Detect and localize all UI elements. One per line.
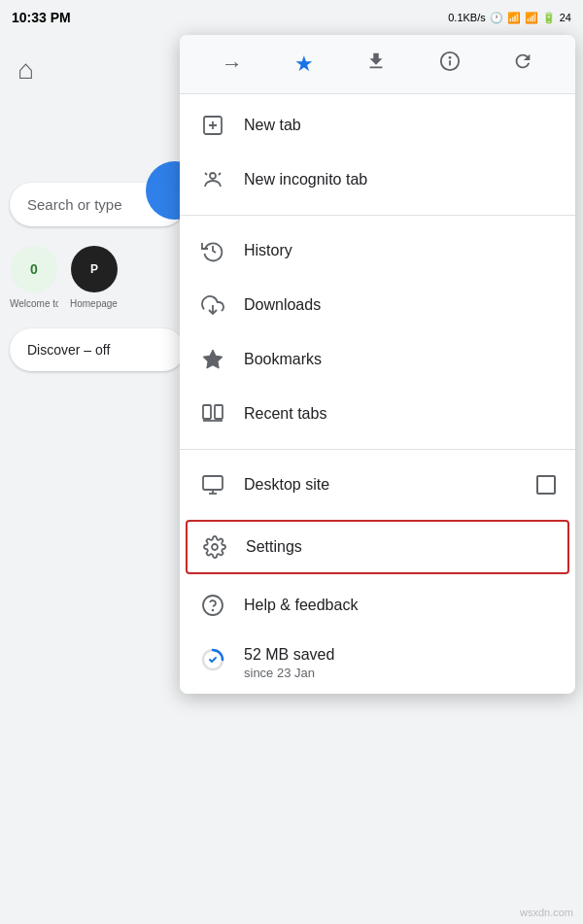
menu-item-help[interactable]: Help & feedback: [180, 578, 575, 633]
data-saved-text: 52 MB saved since 23 Jan: [244, 646, 334, 680]
clock-icon: 🕐: [490, 12, 503, 24]
settings-icon: [201, 533, 228, 561]
battery-level: 24: [560, 12, 571, 23]
menu-section-top: New tab New incognito tab: [180, 94, 575, 211]
watermark: wsxdn.com: [520, 907, 573, 918]
search-placeholder: Search or type: [27, 196, 122, 213]
info-button[interactable]: [435, 47, 464, 82]
divider-1: [180, 215, 575, 216]
forward-button[interactable]: →: [218, 48, 247, 81]
sim-icon: 📶: [507, 12, 521, 24]
shortcut-1-icon: 0: [11, 246, 57, 292]
menu-item-bookmarks[interactable]: Bookmarks: [180, 332, 575, 387]
shortcuts-row: 0 Welcome to... P Homepage ...: [10, 246, 185, 309]
settings-label: Settings: [246, 538, 554, 556]
shortcut-1: 0 Welcome to...: [10, 246, 58, 309]
svg-rect-14: [203, 476, 223, 490]
status-bar: 10:33 PM 0.1KB/s 🕐 📶 📶 🔋 24: [0, 0, 583, 35]
divider-2: [180, 449, 575, 450]
data-saved-main: 52 MB saved: [244, 646, 334, 664]
menu-item-new-tab[interactable]: New tab: [180, 98, 575, 153]
svg-marker-10: [203, 350, 223, 368]
shortcut-2-icon: P: [71, 246, 118, 292]
history-icon: [199, 237, 226, 264]
menu-item-history[interactable]: History: [180, 223, 575, 278]
svg-point-6: [210, 173, 216, 179]
recent-tabs-label: Recent tabs: [244, 405, 556, 423]
menu-toolbar: → ★: [180, 35, 575, 94]
refresh-button[interactable]: [508, 47, 537, 82]
shortcut-2: P Homepage ...: [70, 246, 119, 309]
menu-item-data-saved[interactable]: 52 MB saved since 23 Jan: [180, 633, 575, 694]
data-saved-sub: since 23 Jan: [244, 666, 334, 680]
menu-item-downloads[interactable]: Downloads: [180, 278, 575, 332]
background-content: ⌂ Search or type 0 Welcome to... P Homep…: [0, 35, 194, 924]
status-icons: 0.1KB/s 🕐 📶 📶 🔋 24: [448, 12, 571, 24]
new-tab-icon: [199, 112, 226, 139]
menu-item-desktop-site[interactable]: Desktop site: [180, 458, 575, 512]
wifi-icon: 📶: [525, 12, 538, 24]
desktop-site-icon: [199, 471, 226, 498]
menu-item-settings[interactable]: Settings: [186, 520, 569, 574]
recent-tabs-icon: [199, 400, 226, 428]
home-icon: ⌂: [17, 54, 185, 86]
shortcut-2-label: Homepage ...: [70, 298, 119, 309]
menu-item-incognito[interactable]: New incognito tab: [180, 153, 575, 207]
shortcut-1-label: Welcome to...: [10, 298, 58, 309]
bookmark-button[interactable]: ★: [291, 48, 318, 81]
download-button[interactable]: [361, 47, 391, 82]
downloads-icon: [199, 291, 226, 319]
new-tab-label: New tab: [244, 117, 556, 134]
bookmarks-label: Bookmarks: [244, 351, 556, 368]
desktop-site-label: Desktop site: [244, 476, 536, 494]
help-label: Help & feedback: [244, 597, 556, 614]
history-label: History: [244, 242, 556, 259]
svg-rect-12: [215, 405, 223, 419]
status-time: 10:33 PM: [12, 10, 71, 25]
menu-section-mid: History Downloads Bookmarks: [180, 220, 575, 445]
desktop-site-checkbox[interactable]: [536, 475, 556, 495]
battery-icon: 🔋: [542, 12, 556, 24]
dropdown-menu: → ★: [180, 35, 575, 694]
incognito-label: New incognito tab: [244, 171, 556, 188]
svg-point-18: [203, 596, 223, 615]
discover-button[interactable]: Discover – off: [10, 328, 185, 371]
bookmarks-icon: [199, 346, 226, 373]
svg-line-7: [205, 173, 207, 175]
menu-section-desktop: Desktop site: [180, 454, 575, 516]
menu-item-recent-tabs[interactable]: Recent tabs: [180, 387, 575, 441]
downloads-label: Downloads: [244, 296, 556, 314]
svg-rect-11: [203, 405, 211, 419]
data-saver-icon: [199, 646, 226, 673]
svg-line-8: [219, 173, 221, 175]
incognito-icon: [199, 166, 226, 193]
help-icon: [199, 592, 226, 619]
speed-indicator: 0.1KB/s: [448, 12, 486, 23]
shortcut-2-letter: P: [90, 262, 98, 276]
svg-point-17: [212, 544, 218, 550]
